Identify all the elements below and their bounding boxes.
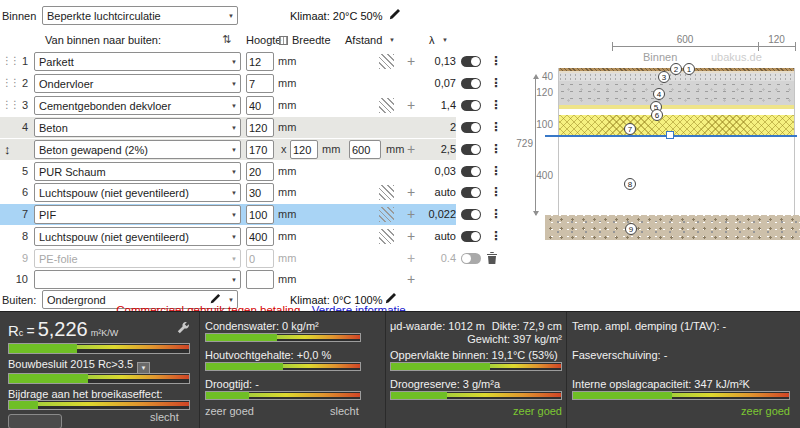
material-select[interactable]: ▼ bbox=[34, 270, 241, 289]
row-menu-icon[interactable]: ⋮ bbox=[490, 229, 502, 243]
hoogte-header: Hoogte bbox=[246, 34, 281, 46]
wrench-icon[interactable] bbox=[176, 320, 191, 337]
row-menu-icon[interactable]: ⋮ bbox=[490, 185, 502, 199]
row-menu-icon[interactable]: ⋮ bbox=[490, 164, 502, 178]
hatch-pattern-icon[interactable] bbox=[379, 185, 394, 200]
lambda-sort-icon[interactable]: ▼ bbox=[442, 37, 448, 43]
hatch-pattern-icon[interactable] bbox=[379, 98, 394, 113]
lambda-value: 0,13 bbox=[412, 55, 456, 67]
row-menu-icon[interactable]: ⋮ bbox=[490, 76, 502, 90]
hatch-pattern-icon[interactable] bbox=[379, 229, 394, 244]
wall-edge-left bbox=[558, 68, 559, 215]
layer-row: 8 Luchtspouw (niet geventileerd) ▼ mm + … bbox=[0, 226, 522, 247]
thickness-input[interactable] bbox=[246, 96, 274, 115]
binnen-climate-value: Beperkte luchtcirculatie bbox=[47, 10, 161, 22]
material-select[interactable]: Ondervloer ▼ bbox=[34, 74, 241, 93]
layer-row: 5 PUR Schaum ▼ mm 0,03 ⋮ bbox=[0, 161, 522, 182]
layer-toggle[interactable] bbox=[461, 231, 481, 242]
material-select[interactable]: Beton ▼ bbox=[34, 118, 241, 137]
thickness-input[interactable] bbox=[246, 74, 274, 93]
thickness-input[interactable] bbox=[246, 183, 274, 202]
sort-layers-icon[interactable]: ⇅ bbox=[222, 33, 231, 46]
edit-pencil-icon[interactable] bbox=[388, 8, 401, 23]
thickness-input[interactable] bbox=[246, 140, 274, 159]
layer-row: 6 Luchtspouw (niet geventileerd) ▼ mm + … bbox=[0, 182, 522, 203]
layer-number: 1 bbox=[8, 55, 28, 67]
layer-toggle[interactable] bbox=[461, 100, 481, 111]
oppervlakte-bar bbox=[390, 362, 562, 371]
houtvocht-bar bbox=[205, 362, 361, 371]
material-select[interactable]: Cementgebonden dekvloer ▼ bbox=[34, 96, 241, 115]
material-select-value: Cementgebonden dekvloer bbox=[39, 100, 171, 112]
mm-label: mm bbox=[278, 208, 296, 220]
construction-form: Binnen Beperkte luchtcirculatie ▼ Klimaa… bbox=[0, 0, 522, 311]
material-select[interactable]: PIF ▼ bbox=[34, 205, 241, 224]
thickness-input[interactable] bbox=[246, 52, 274, 71]
chevron-down-icon: ▼ bbox=[231, 169, 237, 175]
chevron-down-icon: ▼ bbox=[231, 212, 237, 218]
layer-marker: 1 bbox=[683, 63, 695, 75]
material-select[interactable]: Beton gewapend (2%) ▼ bbox=[34, 140, 241, 159]
spacing-input[interactable] bbox=[349, 140, 381, 159]
binnen-climate-select[interactable]: Beperkte luchtcirculatie ▼ bbox=[42, 6, 238, 25]
layer-resize-handle[interactable] bbox=[666, 131, 674, 139]
move-layer-icon[interactable]: ↕ bbox=[4, 142, 11, 157]
dim-100-label: 100 bbox=[523, 119, 553, 130]
bouwbesluit-line: Bouwbesluit 2015 Rc>3.5▼ bbox=[8, 358, 150, 374]
layer-row-selected: 4 Beton ▼ mm 2 ⋮ bbox=[0, 117, 522, 138]
material-select[interactable]: PUR Schaum ▼ bbox=[34, 162, 241, 181]
dim-tick bbox=[612, 42, 613, 51]
lambda-value: 0.4 bbox=[412, 252, 456, 264]
layer-toggle[interactable] bbox=[461, 122, 481, 133]
layer-toggle[interactable] bbox=[461, 166, 481, 177]
width-input[interactable] bbox=[290, 140, 318, 159]
layer-row-active: 7 PIF ▼ mm + 0,022 ⋮ bbox=[0, 204, 522, 225]
layer-toggle[interactable] bbox=[461, 253, 481, 264]
chevron-down-icon: ▼ bbox=[231, 277, 237, 283]
layer-toggle[interactable] bbox=[461, 56, 481, 67]
material-select[interactable]: Parkett ▼ bbox=[34, 52, 241, 71]
material-select[interactable]: Luchtspouw (niet geventileerd) ▼ bbox=[34, 183, 241, 202]
resize-icon[interactable] bbox=[279, 36, 288, 45]
layer-number: 3 bbox=[8, 99, 28, 111]
layer-marker: 7 bbox=[624, 123, 636, 135]
insert-layer-button[interactable]: + bbox=[404, 271, 418, 287]
thickness-input[interactable] bbox=[246, 118, 274, 137]
binnen-label: Binnen bbox=[2, 10, 36, 22]
material-select[interactable]: PE-folie ▼ bbox=[34, 249, 241, 268]
mm-label: mm bbox=[278, 77, 296, 89]
hatch-pattern-icon[interactable] bbox=[379, 207, 394, 222]
rc-value: 5,226 bbox=[38, 318, 88, 340]
mm-label: mm bbox=[278, 273, 296, 285]
thickness-input[interactable] bbox=[246, 270, 274, 289]
thickness-input[interactable] bbox=[246, 205, 274, 224]
layer-toggle[interactable] bbox=[461, 78, 481, 89]
condenswater-bar bbox=[205, 333, 361, 342]
row-menu-icon[interactable]: ⋮ bbox=[490, 98, 502, 112]
row-menu-icon[interactable]: ⋮ bbox=[490, 142, 502, 156]
thickness-input[interactable] bbox=[246, 162, 274, 181]
mm-label: mm bbox=[278, 165, 296, 177]
breedte-header: Breedte bbox=[292, 34, 331, 46]
row-menu-icon[interactable]: ⋮ bbox=[490, 120, 502, 134]
lambda-value: 0,03 bbox=[412, 165, 456, 177]
mm-label: mm bbox=[278, 99, 296, 111]
dim-120-label: 120 bbox=[523, 87, 553, 98]
row-menu-icon[interactable]: ⋮ bbox=[490, 207, 502, 221]
layer-toggle[interactable] bbox=[461, 209, 481, 220]
thickness-input[interactable] bbox=[246, 249, 274, 268]
watermark: ubakus.de bbox=[711, 51, 762, 63]
layer-toggle[interactable] bbox=[461, 144, 481, 155]
lambda-value: auto bbox=[412, 230, 456, 242]
thickness-input[interactable] bbox=[246, 227, 274, 246]
hatch-pattern-icon[interactable] bbox=[379, 54, 394, 69]
row-menu-icon[interactable]: ⋮ bbox=[490, 54, 502, 68]
trash-icon[interactable] bbox=[486, 251, 498, 267]
lambda-value: 0,07 bbox=[412, 77, 456, 89]
layer-toggle[interactable] bbox=[461, 187, 481, 198]
details-button[interactable] bbox=[8, 414, 62, 428]
afstand-sort-icon[interactable]: ▼ bbox=[389, 37, 395, 43]
gewicht-label: Gewicht: 397 kg/m² bbox=[467, 333, 562, 345]
droogtijd-label: Droogtijd: - bbox=[205, 378, 259, 390]
material-select[interactable]: Luchtspouw (niet geventileerd) ▼ bbox=[34, 227, 241, 246]
